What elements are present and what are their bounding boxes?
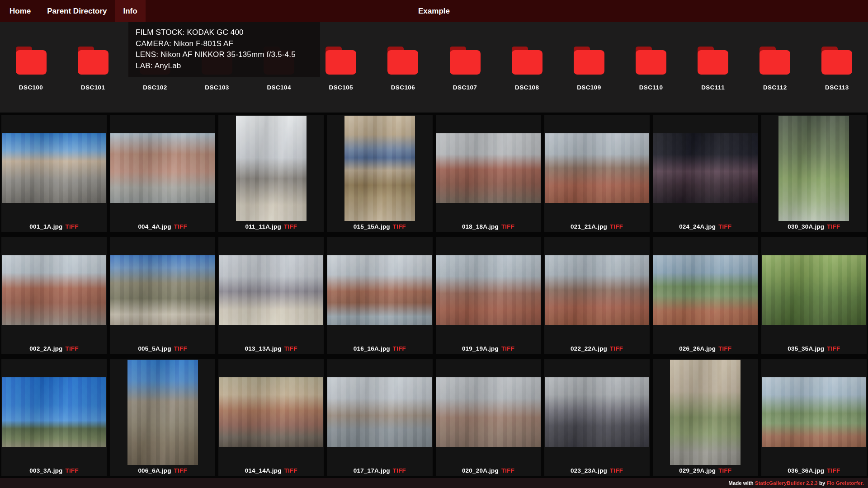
nav-item[interactable]: Home (1, 0, 39, 22)
photo-thumbnail[interactable] (219, 377, 323, 447)
filename-link[interactable]: 015_15A.jpg (354, 223, 390, 230)
photo-thumbnail[interactable] (545, 255, 649, 325)
tiff-link[interactable]: TIFF (66, 223, 79, 230)
folder-item[interactable]: DSC110 (620, 47, 682, 113)
tiff-link[interactable]: TIFF (610, 467, 623, 474)
tiff-link[interactable]: TIFF (284, 345, 297, 352)
photo-thumbnail[interactable] (327, 377, 432, 447)
folder-label: DSC109 (577, 84, 601, 91)
filename-link[interactable]: 024_24A.jpg (679, 223, 716, 230)
tiff-link[interactable]: TIFF (66, 467, 79, 474)
tiff-link[interactable]: TIFF (174, 223, 187, 230)
filename-link[interactable]: 026_26A.jpg (679, 345, 716, 352)
photo-thumbnail[interactable] (2, 133, 106, 203)
tiff-link[interactable]: TIFF (284, 223, 297, 230)
photo-thumbnail[interactable] (545, 377, 649, 447)
filename-link[interactable]: 003_3A.jpg (29, 467, 62, 474)
photo-thumbnail[interactable] (545, 133, 649, 203)
tiff-link[interactable]: TIFF (174, 467, 187, 474)
filename-link[interactable]: 004_4A.jpg (138, 223, 171, 230)
tiff-link[interactable]: TIFF (827, 345, 840, 352)
tiff-link[interactable]: TIFF (718, 467, 731, 474)
filename-link[interactable]: 036_36A.jpg (788, 467, 824, 474)
builder-link[interactable]: StaticGalleryBuilder 2.2.3 (755, 480, 818, 486)
photo-thumbnail[interactable] (653, 255, 758, 325)
filename-link[interactable]: 016_16A.jpg (354, 345, 390, 352)
thumbnail-area (544, 115, 650, 221)
nav-links: Home Parent Directory Info (1, 0, 146, 22)
folder-item[interactable]: DSC101 (62, 47, 124, 113)
photo-thumbnail[interactable] (670, 360, 741, 465)
author-link[interactable]: Flo Greistorfer. (827, 480, 864, 486)
filename-link[interactable]: 017_17A.jpg (354, 467, 390, 474)
nav-item[interactable]: Parent Directory (39, 0, 115, 22)
tiff-link[interactable]: TIFF (610, 223, 623, 230)
tiff-link[interactable]: TIFF (827, 223, 840, 230)
filename-link[interactable]: 023_23A.jpg (571, 467, 607, 474)
thumbnail-area (653, 359, 758, 465)
photo-thumbnail[interactable] (110, 133, 215, 203)
caption: 024_24A.jpg TIFF (679, 221, 731, 232)
tiff-link[interactable]: TIFF (393, 223, 406, 230)
folder-item[interactable]: DSC107 (434, 47, 496, 113)
gallery-cell: 020_20A.jpg TIFF (436, 359, 541, 476)
filename-link[interactable]: 013_13A.jpg (245, 345, 282, 352)
tiff-link[interactable]: TIFF (610, 345, 623, 352)
photo-thumbnail[interactable] (219, 255, 323, 325)
filename-link[interactable]: 018_18A.jpg (462, 223, 499, 230)
photo-thumbnail[interactable] (436, 133, 541, 203)
tiff-link[interactable]: TIFF (284, 467, 297, 474)
nav-item[interactable]: Info (115, 0, 146, 22)
tiff-link[interactable]: TIFF (393, 467, 406, 474)
filename-link[interactable]: 014_14A.jpg (245, 467, 282, 474)
folder-icon (511, 47, 543, 75)
photo-thumbnail[interactable] (436, 377, 541, 447)
tiff-link[interactable]: TIFF (174, 345, 187, 352)
filename-link[interactable]: 020_20A.jpg (462, 467, 499, 474)
photo-thumbnail[interactable] (653, 133, 758, 203)
folder-icon (325, 47, 357, 75)
filename-link[interactable]: 005_5A.jpg (138, 345, 171, 352)
gallery-cell: 029_29A.jpg TIFF (653, 359, 758, 476)
photo-thumbnail[interactable] (110, 255, 215, 325)
filename-link[interactable]: 019_19A.jpg (462, 345, 499, 352)
folder-item[interactable]: DSC108 (496, 47, 558, 113)
filename-link[interactable]: 006_6A.jpg (138, 467, 171, 474)
photo-thumbnail[interactable] (762, 377, 866, 447)
tiff-link[interactable]: TIFF (393, 345, 406, 352)
filename-link[interactable]: 029_29A.jpg (679, 467, 716, 474)
tiff-link[interactable]: TIFF (501, 345, 514, 352)
photo-thumbnail[interactable] (327, 255, 432, 325)
filename-link[interactable]: 002_2A.jpg (29, 345, 62, 352)
photo-thumbnail[interactable] (436, 255, 541, 325)
folder-label: DSC111 (701, 84, 725, 91)
photo-thumbnail[interactable] (344, 116, 415, 221)
tiff-link[interactable]: TIFF (827, 467, 840, 474)
photo-thumbnail[interactable] (2, 377, 106, 447)
tiff-link[interactable]: TIFF (718, 223, 731, 230)
filename-link[interactable]: 035_35A.jpg (788, 345, 824, 352)
photo-thumbnail[interactable] (236, 116, 307, 221)
filename-link[interactable]: 021_21A.jpg (571, 223, 607, 230)
tiff-link[interactable]: TIFF (501, 223, 514, 230)
tiff-link[interactable]: TIFF (718, 345, 731, 352)
tiff-link[interactable]: TIFF (66, 345, 79, 352)
gallery-cell: 019_19A.jpg TIFF (436, 237, 541, 354)
tiff-link[interactable]: TIFF (501, 467, 514, 474)
folder-item[interactable]: DSC109 (558, 47, 620, 113)
photo-thumbnail[interactable] (127, 360, 198, 465)
folder-item[interactable]: DSC111 (682, 47, 744, 113)
filename-link[interactable]: 011_11A.jpg (245, 223, 281, 230)
photo-thumbnail[interactable] (762, 255, 866, 325)
thumbnail-area (544, 359, 650, 465)
gallery-cell: 015_15A.jpg TIFF (327, 115, 432, 232)
filename-link[interactable]: 030_30A.jpg (788, 223, 824, 230)
folder-item[interactable]: DSC113 (806, 47, 868, 113)
filename-link[interactable]: 001_1A.jpg (29, 223, 62, 230)
photo-thumbnail[interactable] (2, 255, 106, 325)
filename-link[interactable]: 022_22A.jpg (571, 345, 607, 352)
folder-item[interactable]: DSC112 (744, 47, 806, 113)
folder-item[interactable]: DSC106 (372, 47, 434, 113)
folder-item[interactable]: DSC100 (0, 47, 62, 113)
photo-thumbnail[interactable] (778, 116, 849, 221)
